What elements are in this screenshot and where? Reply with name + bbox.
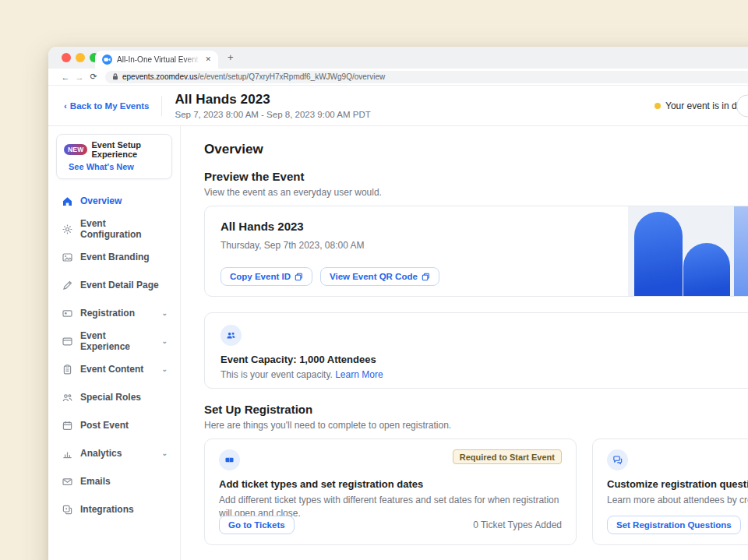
- artwork-arch-shape: [683, 243, 730, 296]
- sidebar: NEW Event Setup Experience See What's Ne…: [48, 126, 181, 560]
- browser-toolbar: ← → ⟳ epevents.zoomdev.us/e/event/setup/…: [48, 69, 748, 86]
- copy-event-id-label: Copy Event ID: [230, 272, 291, 281]
- sidebar-item-label: Event Configuration: [80, 218, 168, 240]
- registration-questions-card: Customize registration questions Learn m…: [592, 438, 748, 545]
- chevron-down-icon: ⌄: [161, 337, 168, 345]
- sidebar-item-post-event[interactable]: Post Event: [56, 411, 172, 439]
- integrations-icon: [61, 504, 73, 516]
- registration-section-subtitle: Here are things you'll need to complete …: [204, 420, 748, 431]
- questions-card-footer: Set Registration Questions: [607, 516, 748, 534]
- copy-event-id-button[interactable]: Copy Event ID: [221, 267, 312, 286]
- go-to-tickets-label: Go to Tickets: [228, 520, 285, 530]
- draft-status: Your event is in draft: [654, 100, 748, 111]
- artwork-strip-shape: [734, 206, 748, 296]
- set-registration-questions-button[interactable]: Set Registration Questions: [607, 516, 741, 534]
- chevron-down-icon: ⌄: [161, 449, 168, 457]
- view-qr-label: View Event QR Code: [330, 272, 418, 281]
- preview-section-title: Preview the Event: [204, 170, 748, 183]
- sidebar-item-event-experience[interactable]: Event Experience ⌄: [56, 327, 172, 355]
- sidebar-item-label: Integrations: [80, 504, 134, 515]
- event-title-block: All Hands 2023 Sep 7, 2023 8:00 AM - Sep…: [175, 92, 370, 119]
- event-capacity-card: Event Capacity: 1,000 Attendees This is …: [204, 312, 748, 389]
- browser-window: All-In-One Virtual Event Platfo ✕ + ← → …: [48, 47, 748, 560]
- sidebar-item-label: Registration: [80, 308, 135, 319]
- back-to-my-events-link[interactable]: ‹ Back to My Events: [64, 101, 149, 111]
- sidebar-item-label: Emails: [80, 476, 111, 487]
- event-preview-card: All Hands 2023 Thursday, Sep 7th 2023, 0…: [204, 206, 748, 297]
- lock-icon: [112, 73, 118, 80]
- draft-status-dot-icon: [654, 103, 661, 109]
- home-icon: [61, 195, 73, 207]
- sidebar-item-registration[interactable]: Registration ⌄: [56, 299, 172, 327]
- artwork-arch-shape: [634, 212, 683, 296]
- header-action-button[interactable]: [736, 94, 748, 117]
- sidebar-item-overview[interactable]: Overview: [56, 187, 172, 215]
- url-domain: epevents.zoomdev.us: [122, 72, 198, 81]
- learn-more-link[interactable]: Learn More: [335, 369, 383, 380]
- new-badge: NEW: [64, 144, 87, 155]
- ticket-types-card: Required to Start Event Add ticket types…: [204, 438, 577, 545]
- registration-section-title: Set Up Registration: [204, 403, 748, 416]
- url-text: epevents.zoomdev.us/e/event/setup/Q7xryH…: [122, 72, 385, 81]
- promo-title: Event Setup Experience: [91, 140, 164, 159]
- event-title: All Hands 2023: [175, 92, 370, 107]
- event-dates: Sep 7, 2023 8:00 AM - Sep 8, 2023 9:00 A…: [175, 110, 370, 119]
- sidebar-item-special-roles[interactable]: Special Roles: [56, 383, 172, 411]
- copy-icon: [422, 273, 430, 281]
- ticket-card-footer: Go to Tickets 0 Ticket Types Added: [219, 516, 562, 534]
- chat-bubble-icon: [607, 449, 628, 470]
- capacity-title: Event Capacity: 1,000 Attendees: [221, 354, 748, 365]
- image-icon: [61, 252, 73, 263]
- close-window-button[interactable]: [62, 53, 71, 62]
- sidebar-item-label: Event Branding: [80, 252, 150, 262]
- page-title: Overview: [204, 142, 748, 157]
- registration-card-icon: [61, 308, 73, 319]
- go-to-tickets-button[interactable]: Go to Tickets: [219, 516, 295, 534]
- attendees-icon: [221, 325, 242, 346]
- mail-icon: [61, 476, 73, 488]
- url-path: /e/event/setup/Q7xryH7xRpmdf6_kWJWg9Q/ov…: [198, 72, 386, 81]
- tab-title: All-In-One Virtual Event Platfo: [117, 55, 200, 64]
- sidebar-item-event-configuration[interactable]: Event Configuration: [56, 215, 172, 243]
- ticket-icon: [219, 449, 240, 470]
- preview-section-subtitle: View the event as an everyday user would…: [204, 187, 748, 198]
- sidebar-item-analytics[interactable]: Analytics ⌄: [56, 439, 172, 467]
- app-body: NEW Event Setup Experience See What's Ne…: [48, 126, 748, 560]
- people-icon: [61, 392, 73, 403]
- view-event-qr-code-button[interactable]: View Event QR Code: [320, 267, 439, 286]
- see-whats-new-link[interactable]: See What's New: [69, 162, 134, 171]
- sidebar-item-label: Special Roles: [80, 392, 141, 403]
- sidebar-item-label: Analytics: [80, 448, 122, 459]
- forward-nav-icon[interactable]: →: [72, 72, 86, 82]
- sidebar-item-emails[interactable]: Emails: [56, 467, 172, 495]
- sidebar-item-event-content[interactable]: Event Content ⌄: [56, 355, 172, 383]
- event-artwork-image: [628, 206, 748, 296]
- sidebar-item-label: Event Content: [80, 364, 143, 375]
- calendar-icon: [61, 420, 73, 431]
- event-header: ‹ Back to My Events All Hands 2023 Sep 7…: [48, 86, 748, 126]
- back-nav-icon[interactable]: ←: [58, 72, 72, 82]
- address-bar[interactable]: epevents.zoomdev.us/e/event/setup/Q7xryH…: [105, 71, 748, 83]
- set-registration-questions-label: Set Registration Questions: [616, 520, 732, 530]
- capacity-subtitle: This is your event capacity. Learn More: [221, 369, 748, 380]
- sidebar-item-integrations[interactable]: Integrations: [56, 495, 172, 523]
- back-chevron-icon: ‹: [64, 101, 67, 111]
- new-tab-button[interactable]: +: [228, 51, 234, 63]
- questions-card-title: Customize registration questions: [607, 478, 748, 490]
- minimize-window-button[interactable]: [76, 53, 85, 62]
- chevron-down-icon: ⌄: [161, 365, 168, 373]
- sidebar-item-event-branding[interactable]: Event Branding: [56, 243, 172, 271]
- browser-tab-strip: All-In-One Virtual Event Platfo ✕ +: [48, 47, 748, 69]
- window-icon: [61, 336, 73, 347]
- header-divider: [161, 96, 162, 116]
- reload-icon[interactable]: ⟳: [86, 72, 101, 82]
- zoom-favicon-icon: [102, 55, 112, 65]
- browser-tab[interactable]: All-In-One Virtual Event Platfo ✕: [95, 51, 218, 69]
- clipboard-icon: [61, 364, 73, 375]
- sidebar-item-event-detail-page[interactable]: Event Detail Page: [56, 271, 172, 299]
- questions-card-body: Learn more about attendees by creating c…: [607, 494, 748, 507]
- tab-close-icon[interactable]: ✕: [205, 56, 211, 63]
- sidebar-item-label: Event Detail Page: [80, 280, 159, 291]
- required-badge: Required to Start Event: [453, 449, 562, 464]
- ticket-card-title: Add ticket types and set registration da…: [219, 478, 562, 490]
